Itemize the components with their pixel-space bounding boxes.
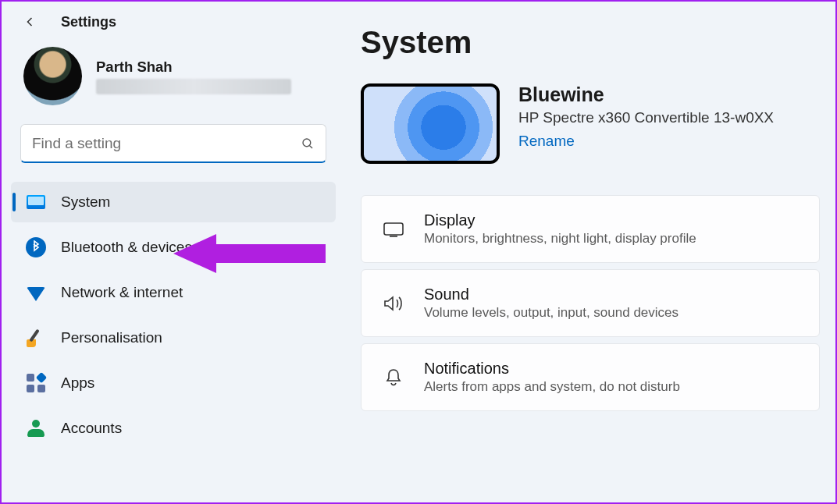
person-icon bbox=[25, 417, 47, 439]
bluetooth-icon bbox=[25, 236, 47, 258]
profile-block[interactable]: Parth Shah bbox=[2, 39, 345, 119]
search-icon bbox=[301, 137, 315, 151]
device-model: HP Spectre x360 Convertible 13-w0XX bbox=[518, 109, 774, 126]
annotation-arrow bbox=[173, 234, 326, 273]
card-title: Display bbox=[424, 211, 696, 229]
arrow-left-icon bbox=[22, 14, 37, 30]
search-input[interactable] bbox=[32, 135, 301, 152]
monitor-icon bbox=[25, 191, 47, 213]
page-title: System bbox=[361, 25, 820, 60]
sidebar-item-network[interactable]: Network & internet bbox=[11, 272, 336, 313]
profile-name: Parth Shah bbox=[96, 59, 291, 76]
svg-rect-2 bbox=[384, 223, 403, 235]
sidebar-item-label: Bluetooth & devices bbox=[61, 239, 192, 256]
card-subtitle: Volume levels, output, input, sound devi… bbox=[424, 305, 679, 321]
sidebar-item-system[interactable]: System bbox=[11, 182, 336, 222]
settings-card-notifications[interactable]: Notifications Alerts from apps and syste… bbox=[361, 343, 820, 411]
paintbrush-icon bbox=[25, 327, 47, 349]
search-box[interactable] bbox=[20, 124, 326, 163]
svg-point-0 bbox=[303, 139, 311, 147]
app-title: Settings bbox=[61, 14, 116, 30]
device-name: Bluewine bbox=[518, 83, 774, 106]
device-block: Bluewine HP Spectre x360 Convertible 13-… bbox=[361, 83, 820, 164]
display-icon bbox=[382, 221, 405, 238]
sidebar-item-label: Network & internet bbox=[61, 284, 183, 301]
rename-link[interactable]: Rename bbox=[518, 133, 575, 149]
speaker-icon bbox=[382, 294, 405, 313]
bell-icon bbox=[382, 367, 405, 388]
apps-icon bbox=[25, 372, 47, 394]
card-title: Notifications bbox=[424, 360, 680, 378]
back-button[interactable] bbox=[17, 9, 42, 34]
svg-line-1 bbox=[309, 145, 312, 148]
card-subtitle: Monitors, brightness, night light, displ… bbox=[424, 231, 696, 247]
wifi-icon bbox=[25, 282, 47, 303]
sidebar-nav: System Bluetooth & devices Network & int… bbox=[2, 177, 345, 458]
sidebar-item-accounts[interactable]: Accounts bbox=[11, 408, 336, 449]
profile-email-redacted bbox=[96, 79, 291, 94]
card-title: Sound bbox=[424, 286, 679, 303]
main-content: System Bluewine HP Spectre x360 Converti… bbox=[345, 2, 835, 502]
settings-card-sound[interactable]: Sound Volume levels, output, input, soun… bbox=[361, 269, 820, 337]
sidebar-item-label: System bbox=[61, 193, 110, 211]
sidebar-item-label: Personalisation bbox=[61, 329, 162, 346]
settings-card-display[interactable]: Display Monitors, brightness, night ligh… bbox=[361, 195, 820, 263]
sidebar-item-personalisation[interactable]: Personalisation bbox=[11, 318, 336, 358]
avatar bbox=[23, 47, 82, 105]
card-subtitle: Alerts from apps and system, do not dist… bbox=[424, 379, 680, 395]
device-thumbnail[interactable] bbox=[361, 83, 500, 164]
sidebar-item-apps[interactable]: Apps bbox=[11, 363, 336, 403]
sidebar-item-label: Accounts bbox=[61, 420, 122, 437]
sidebar-item-label: Apps bbox=[61, 374, 94, 392]
